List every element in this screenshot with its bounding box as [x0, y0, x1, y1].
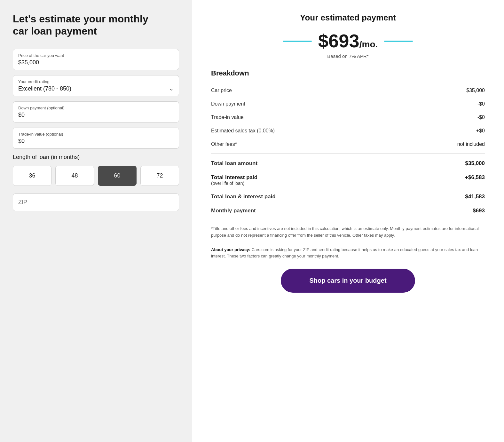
left-panel: Let's estimate your monthly car loan pay…: [0, 0, 192, 442]
breakdown-monthly-payment: Monthly payment $693: [211, 204, 485, 218]
monthly-payment-row-label: Monthly payment: [211, 208, 256, 214]
total-interest-label: Total interest paid: [211, 174, 257, 181]
breakdown-down-payment: Down payment -$0: [211, 97, 485, 111]
page-title: Let's estimate your monthly car loan pay…: [13, 13, 166, 37]
monthly-payment-row-value: $693: [473, 208, 485, 214]
car-price-row-label: Car price: [211, 88, 232, 93]
down-payment-row-label: Down payment: [211, 101, 245, 107]
down-payment-input[interactable]: [18, 112, 174, 118]
breakdown-total-loan: Total loan amount $35,000: [211, 156, 485, 170]
car-price-row-value: $35,000: [466, 88, 485, 93]
total-loan-label: Total loan amount: [211, 160, 257, 167]
loan-length-label: Length of loan (in months): [13, 154, 179, 161]
sales-tax-row-value: +$0: [476, 128, 485, 134]
disclaimer-1: *Title and other fees and incentives are…: [211, 225, 485, 239]
loan-btn-36[interactable]: 36: [13, 166, 51, 186]
total-interest-value: +$6,583: [465, 174, 485, 181]
credit-rating-select-wrapper[interactable]: Excellent (780 - 850) ⌄: [18, 85, 174, 92]
trade-in-row-label: Trade-in value: [211, 114, 244, 120]
breakdown-title: Breakdown: [211, 69, 485, 77]
right-panel: Your estimated payment $693/mo. Based on…: [192, 0, 504, 442]
sales-tax-row-label: Estimated sales tax (0.00%): [211, 128, 275, 134]
breakdown-total-interest: Total interest paid (over life of loan) …: [211, 170, 485, 190]
car-price-group: Price of the car you want: [13, 49, 179, 70]
other-fees-row-value: not included: [457, 141, 485, 147]
down-payment-row-value: -$0: [477, 101, 485, 107]
trade-in-row-value: -$0: [477, 114, 485, 120]
disclaimer-2: About your privacy: Cars.com is asking f…: [211, 247, 485, 260]
total-loan-value: $35,000: [465, 160, 485, 167]
loan-btn-72[interactable]: 72: [140, 166, 179, 186]
monthly-amount-value: $693: [318, 30, 359, 51]
loan-length-buttons: 36 48 60 72: [13, 166, 179, 186]
total-interest-sub: (over life of loan): [211, 181, 257, 186]
breakdown-other-fees: Other fees* not included: [211, 138, 485, 151]
accent-line-left: [283, 41, 312, 42]
loan-btn-48[interactable]: 48: [55, 166, 94, 186]
zip-input[interactable]: [18, 199, 174, 206]
breakdown-total-paid: Total loan & interest paid $41,583: [211, 190, 485, 204]
down-payment-group: Down payment (optional): [13, 101, 179, 122]
breakdown-car-price: Car price $35,000: [211, 84, 485, 97]
monthly-payment-amount: $693/mo.: [318, 32, 378, 50]
interest-label-block: Total interest paid (over life of loan): [211, 174, 257, 186]
zip-group: [13, 193, 179, 211]
other-fees-row-label: Other fees*: [211, 141, 237, 147]
credit-rating-value[interactable]: Excellent (780 - 850): [18, 85, 174, 92]
breakdown-trade-in: Trade-in value -$0: [211, 111, 485, 124]
loan-btn-60[interactable]: 60: [98, 166, 137, 186]
trade-in-group: Trade-in value (optional): [13, 128, 179, 149]
trade-in-input[interactable]: [18, 138, 174, 145]
estimated-payment-title: Your estimated payment: [211, 13, 485, 23]
apr-note: Based on 7% APR*: [211, 53, 485, 59]
car-price-label: Price of the car you want: [18, 53, 174, 58]
trade-in-label: Trade-in value (optional): [18, 132, 174, 137]
credit-rating-group: Your credit rating Excellent (780 - 850)…: [13, 75, 179, 96]
credit-rating-label: Your credit rating: [18, 79, 174, 84]
breakdown-sales-tax: Estimated sales tax (0.00%) +$0: [211, 124, 485, 138]
car-price-input[interactable]: [18, 59, 174, 66]
total-paid-value: $41,583: [465, 193, 485, 200]
total-paid-label: Total loan & interest paid: [211, 193, 276, 200]
shop-cars-button[interactable]: Shop cars in your budget: [281, 269, 415, 293]
monthly-payment-row: $693/mo.: [211, 32, 485, 50]
per-mo-label: /mo.: [359, 39, 378, 49]
breakdown-divider: [211, 154, 485, 154]
accent-line-right: [384, 41, 413, 42]
down-payment-label: Down payment (optional): [18, 106, 174, 110]
